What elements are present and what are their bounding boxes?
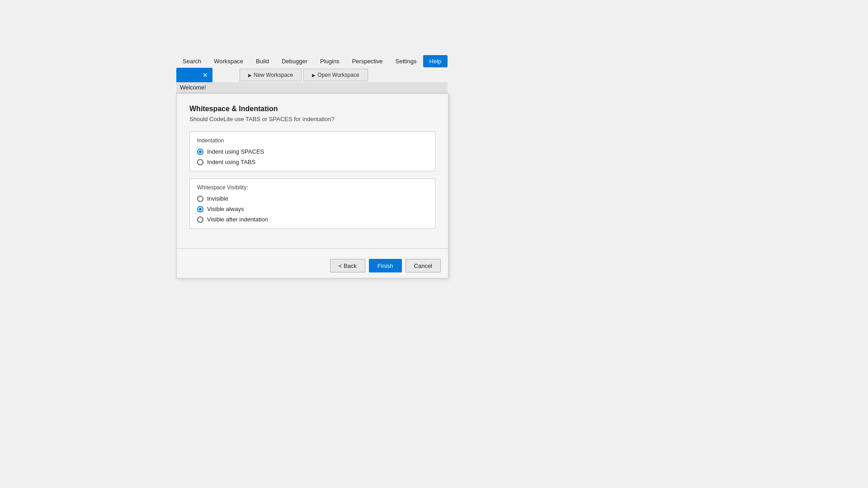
radio-invisible-input[interactable]: [197, 196, 203, 202]
welcome-tab-label: Welcome!: [180, 84, 206, 91]
radio-visible-after-label: Visible after indentation: [207, 216, 268, 223]
welcome-bar: Welcome!: [176, 82, 448, 93]
radio-spaces-row[interactable]: Indent using SPACES: [197, 148, 428, 155]
menu-workspace[interactable]: Workspace: [208, 55, 250, 67]
active-tab: ✕: [176, 68, 212, 82]
radio-invisible-row[interactable]: Invisible: [197, 195, 428, 202]
open-workspace-button[interactable]: Open Workspace: [303, 69, 368, 81]
menu-help[interactable]: Help: [423, 55, 448, 67]
whitespace-visibility-label: Whitespace Visibility:: [197, 184, 428, 191]
back-button[interactable]: < Back: [330, 259, 365, 272]
cancel-button[interactable]: Cancel: [406, 259, 441, 272]
radio-tabs-input[interactable]: [197, 159, 203, 165]
menu-debugger[interactable]: Debugger: [275, 55, 314, 67]
dialog-subtitle: Should CodeLite use TABS or SPACES for i…: [189, 116, 435, 122]
close-icon[interactable]: ✕: [201, 70, 210, 80]
radio-tabs-label: Indent using TABS: [207, 159, 255, 165]
radio-tabs-row[interactable]: Indent using TABS: [197, 159, 428, 165]
indentation-group-label: Indentation: [197, 137, 428, 144]
ide-wrapper: Search Workspace Build Debugger Plugins …: [0, 0, 868, 488]
toolbar-area: New Workspace Open Workspace: [240, 68, 368, 82]
radio-visible-after-row[interactable]: Visible after indentation: [197, 216, 428, 223]
radio-invisible-label: Invisible: [207, 195, 228, 202]
menu-perspective[interactable]: Perspective: [346, 55, 389, 67]
menu-search[interactable]: Search: [176, 55, 208, 67]
dialog-footer: < Back Finish Cancel: [177, 254, 448, 278]
radio-visible-always-label: Visible always: [207, 206, 244, 212]
dialog-body: Whitespace & Indentation Should CodeLite…: [177, 94, 448, 243]
radio-visible-always-input[interactable]: [197, 206, 203, 212]
indentation-group: Indentation Indent using SPACES Indent u…: [189, 131, 435, 171]
menu-build[interactable]: Build: [250, 55, 275, 67]
finish-button[interactable]: Finish: [369, 259, 402, 272]
radio-visible-after-input[interactable]: [197, 216, 203, 223]
radio-visible-always-row[interactable]: Visible always: [197, 206, 428, 212]
menu-plugins[interactable]: Plugins: [314, 55, 346, 67]
menubar: Search Workspace Build Debugger Plugins …: [176, 52, 448, 70]
radio-spaces-label: Indent using SPACES: [207, 148, 264, 155]
menu-settings[interactable]: Settings: [389, 55, 423, 67]
new-workspace-button[interactable]: New Workspace: [240, 69, 302, 81]
dialog-separator: [177, 249, 448, 249]
whitespace-dialog: Whitespace & Indentation Should CodeLite…: [176, 94, 448, 278]
radio-spaces-input[interactable]: [197, 149, 203, 155]
whitespace-visibility-group: Whitespace Visibility: Invisible Visible…: [189, 178, 435, 229]
dialog-title: Whitespace & Indentation: [189, 105, 435, 113]
